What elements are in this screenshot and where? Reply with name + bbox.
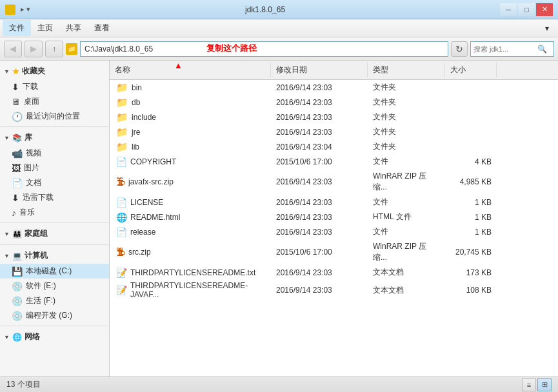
table-row[interactable]: 📄 LICENSE 2016/9/14 23:03 文件 1 KB [110, 195, 558, 210]
file-name-cell: 📄 release [110, 227, 271, 237]
file-type-cell: 文件夹 [368, 96, 445, 108]
computer-section: ▼ 💻 计算机 💾 本地磁盘 (C:) 💿 软件 (E:) 💿 生活 (F:) … [0, 248, 109, 323]
file-size-cell: 20,745 KB [445, 247, 497, 257]
sidebar-item-documents[interactable]: 📄 文档 [0, 175, 109, 190]
table-row[interactable]: 📄 COPYRIGHT 2015/10/6 17:00 文件 4 KB [110, 154, 558, 169]
file-area: 名称 修改日期 类型 大小 📁 bin 2016/9/14 23:03 文件夹 … [110, 61, 558, 377]
menu-home[interactable]: 主页 [31, 20, 59, 36]
col-header-date[interactable]: 修改日期 [271, 63, 368, 77]
sidebar-item-label: 图片 [24, 162, 39, 173]
sidebar-divider-1 [0, 126, 109, 127]
folder-icon: 📁 [116, 141, 128, 153]
sidebar-item-drive-f[interactable]: 💿 生活 (F:) [0, 293, 109, 308]
col-header-size[interactable]: 大小 [445, 63, 497, 77]
title-bar-left: ▸ ▾ [5, 5, 30, 15]
refresh-button[interactable]: ↻ [451, 41, 468, 57]
table-row[interactable]: 📝 THIRDPARTYLICENSEREADME.txt 2016/9/14 … [110, 265, 558, 280]
network-header[interactable]: ▼ 🌐 网络 [0, 329, 109, 345]
col-header-name[interactable]: 名称 [110, 63, 271, 77]
address-input[interactable] [80, 41, 448, 57]
file-name-cell: 📝 THIRDPARTYLICENSEREADME.txt [110, 268, 271, 278]
restore-button[interactable]: □ [518, 3, 535, 16]
homegroup-section: ▼ 👨‍👩‍👧 家庭组 [0, 226, 109, 242]
file-name: javafx-src.zip [128, 177, 174, 186]
table-row[interactable]: 📁 lib 2016/9/14 23:04 文件夹 [110, 139, 558, 154]
window-title: jdk1.8.0_65 [30, 5, 500, 14]
file-name-cell: 📄 COPYRIGHT [110, 157, 271, 167]
homegroup-icon: 👨‍👩‍👧 [12, 230, 22, 239]
file-name: README.html [130, 213, 180, 222]
file-size-cell: 1 KB [445, 227, 497, 237]
file-size-cell: 108 KB [445, 285, 497, 295]
sidebar-item-label: 迅雷下载 [23, 192, 54, 203]
sidebar-item-thunder[interactable]: ⬇ 迅雷下载 [0, 190, 109, 205]
table-row[interactable]: 🗜 src.zip 2015/10/6 17:00 WinRAR ZIP 压缩.… [110, 239, 558, 265]
library-header[interactable]: ▼ 📚 库 [0, 130, 109, 146]
view-controls: ≡ ⊞ [522, 378, 552, 391]
zip-icon: 🗜 [116, 247, 125, 257]
sidebar-item-local-c[interactable]: 💾 本地磁盘 (C:) [0, 264, 109, 279]
view-large-button[interactable]: ⊞ [537, 378, 552, 391]
sidebar-item-label: 本地磁盘 (C:) [26, 266, 72, 277]
sidebar-item-music[interactable]: ♪ 音乐 [0, 205, 109, 220]
file-name-cell: 🌐 README.html [110, 212, 271, 222]
file-size-cell: 173 KB [445, 268, 497, 278]
sidebar-item-video[interactable]: 📹 视频 [0, 146, 109, 161]
library-arrow: ▼ [4, 135, 10, 141]
zip-icon: 🗜 [116, 177, 125, 187]
table-row[interactable]: 📁 bin 2016/9/14 23:03 文件夹 [110, 80, 558, 95]
table-row[interactable]: 📝 THIRDPARTYLICENSEREADME-JAVAF... 2016/… [110, 280, 558, 300]
sidebar-item-label: 软件 (E:) [26, 280, 56, 291]
menu-view[interactable]: 查看 [88, 20, 116, 36]
up-button[interactable]: ↑ [45, 41, 63, 57]
sidebar: ▼ ★ 收藏夹 ⬇ 下载 🖥 桌面 🕐 最近访问的位置 ▼ 📚 [0, 61, 110, 377]
file-date-cell: 2016/9/14 23:04 [271, 142, 368, 152]
menu-share[interactable]: 共享 [59, 20, 88, 36]
table-row[interactable]: 🌐 README.html 2016/9/14 23:03 HTML 文件 1 … [110, 210, 558, 224]
sidebar-item-desktop[interactable]: 🖥 桌面 [0, 94, 109, 109]
menu-file[interactable]: 文件 [3, 20, 31, 36]
close-button[interactable]: ✕ [536, 3, 553, 16]
file-date-cell: 2016/9/14 23:03 [271, 177, 368, 187]
search-input[interactable] [471, 42, 535, 56]
computer-icon: 💻 [12, 251, 22, 260]
sidebar-divider-2 [0, 222, 109, 223]
folder-icon: 📁 [116, 126, 128, 138]
file-size-cell [445, 117, 497, 118]
toolbar: ◀ ▶ ↑ 📁 ↻ 🔍 [0, 37, 558, 61]
homegroup-label: 家庭组 [25, 228, 48, 239]
folder-icon: 📁 [116, 97, 128, 108]
network-arrow: ▼ [4, 334, 10, 340]
sidebar-item-drive-g[interactable]: 💿 编程开发 (G:) [0, 308, 109, 323]
file-name-cell: 📁 db [110, 97, 271, 108]
file-list: 📁 bin 2016/9/14 23:03 文件夹 📁 db 2016/9/14… [110, 80, 558, 377]
menu-help[interactable]: ▾ [539, 21, 555, 35]
file-icon: 📄 [116, 157, 127, 167]
table-row[interactable]: 📁 include 2016/9/14 23:03 文件夹 [110, 110, 558, 124]
sidebar-item-recent[interactable]: 🕐 最近访问的位置 [0, 109, 109, 124]
homegroup-header[interactable]: ▼ 👨‍👩‍👧 家庭组 [0, 226, 109, 242]
file-name: COPYRIGHT [130, 157, 176, 166]
file-name-cell: 📁 include [110, 112, 271, 123]
back-button[interactable]: ◀ [4, 41, 22, 57]
favorites-header[interactable]: ▼ ★ 收藏夹 [0, 63, 109, 79]
col-header-type[interactable]: 类型 [368, 63, 445, 77]
sidebar-item-download[interactable]: ⬇ 下载 [0, 79, 109, 94]
window-controls: ─ □ ✕ [500, 3, 553, 16]
table-row[interactable]: 📁 db 2016/9/14 23:03 文件夹 [110, 95, 558, 110]
folder-icon: 📁 [116, 82, 128, 93]
view-details-button[interactable]: ≡ [522, 378, 536, 391]
table-row[interactable]: 🗜 javafx-src.zip 2016/9/14 23:03 WinRAR … [110, 169, 558, 195]
table-row[interactable]: 📁 jre 2016/9/14 23:03 文件夹 [110, 124, 558, 139]
minimize-button[interactable]: ─ [500, 3, 517, 16]
file-date-cell: 2016/9/14 23:03 [271, 197, 368, 208]
sidebar-item-pictures[interactable]: 🖼 图片 [0, 161, 109, 175]
sidebar-item-drive-e[interactable]: 💿 软件 (E:) [0, 279, 109, 293]
table-row[interactable]: 📄 release 2016/9/14 23:03 文件 1 KB [110, 224, 558, 239]
file-list-header: 名称 修改日期 类型 大小 [110, 61, 558, 80]
file-name: include [132, 113, 156, 122]
file-size-cell: 4,985 KB [445, 177, 497, 187]
computer-header[interactable]: ▼ 💻 计算机 [0, 248, 109, 264]
forward-button[interactable]: ▶ [25, 41, 43, 57]
network-icon: 🌐 [12, 333, 22, 342]
